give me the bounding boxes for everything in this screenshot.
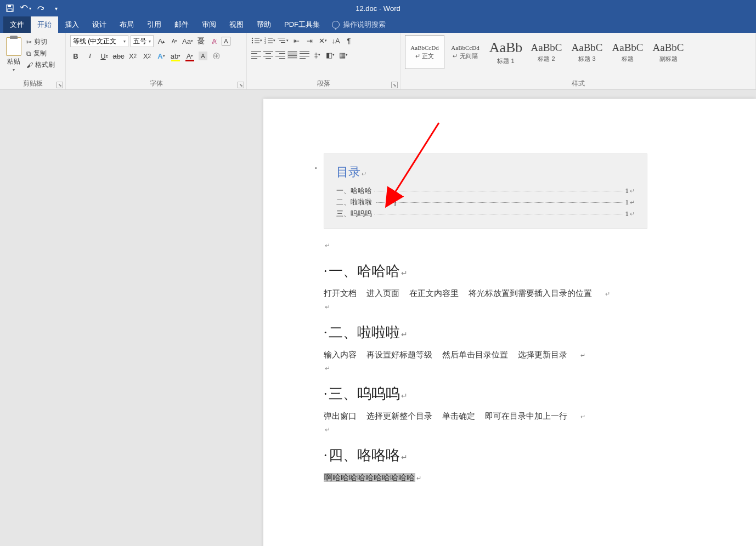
paste-button[interactable]: 粘贴 ▾ (4, 35, 23, 72)
document-area[interactable]: ▪ 目录↵ 一、哈哈哈1↵二、啦啦啦I1↵三、呜呜呜1↵ ↵ ·一、哈哈哈↵打开… (0, 90, 756, 546)
save-button[interactable] (3, 2, 16, 15)
font-name-select[interactable]: 等线 (中文正文▾ (70, 35, 128, 47)
clipboard-icon (6, 37, 21, 56)
toc-entry[interactable]: 一、哈哈哈1↵ (336, 186, 635, 196)
underline-button[interactable]: U▾ (99, 50, 110, 61)
group-label-clipboard: 剪贴板⬊ (4, 78, 61, 88)
anchor-mark: ▪ (315, 164, 317, 171)
text-effects-button[interactable]: A▾ (156, 50, 167, 61)
clipboard-dialog-launcher[interactable]: ⬊ (57, 82, 63, 88)
paragraph-mark: ↵ (325, 365, 723, 372)
tab-review[interactable]: 审阅 (195, 16, 223, 33)
style-card[interactable]: AaBbC标题 3 (567, 35, 607, 69)
tab-file[interactable]: 文件 (3, 16, 31, 33)
multilevel-list-button[interactable]: ▾ (278, 35, 289, 46)
paragraph-mark: ↵ (325, 242, 723, 249)
group-styles: AaBbCcDd↵ 正文AaBbCcDd↵ 无间隔AaBb标题 1AaBbC标题… (400, 33, 756, 89)
font-color-button[interactable]: A▾ (184, 50, 195, 61)
strike-button[interactable]: abc (113, 50, 124, 61)
redo-button[interactable] (34, 2, 47, 15)
tab-design[interactable]: 设计 (86, 16, 113, 33)
group-paragraph: ▾ 123▾ ▾ ⇤ ⇥ ✕▾ ↓A ¶ ‡▾ ◧▾ ▦▾ 段落⬊ (247, 33, 400, 89)
style-preview: AaBbC (531, 42, 562, 54)
style-card[interactable]: AaBb标题 1 (486, 35, 526, 69)
body-paragraph-selected[interactable]: 啊哈哈哈哈哈哈哈哈哈哈↵ (324, 473, 723, 483)
tab-home[interactable]: 开始 (31, 16, 58, 33)
align-left-button[interactable] (251, 51, 261, 59)
style-card[interactable]: AaBbC副标题 (648, 35, 688, 69)
brush-icon: 🖌 (26, 61, 33, 69)
align-justify-button[interactable] (287, 51, 297, 59)
toc-title: 目录↵ (336, 164, 635, 180)
tell-me-search[interactable]: 操作说明搜索 (326, 20, 391, 30)
toc-container[interactable]: 目录↵ 一、哈哈哈1↵二、啦啦啦I1↵三、呜呜呜1↵ (324, 153, 647, 229)
heading[interactable]: ·一、哈哈哈↵ (324, 261, 723, 281)
heading[interactable]: ·三、呜呜呜↵ (324, 384, 723, 403)
style-preview: AaBbC (612, 42, 644, 54)
sort-button[interactable]: ↓A (330, 35, 341, 46)
document-page[interactable]: ▪ 目录↵ 一、哈哈哈1↵二、啦啦啦I1↵三、呜呜呜1↵ ↵ ·一、哈哈哈↵打开… (263, 99, 756, 546)
change-case-button[interactable]: Aa▾ (182, 36, 193, 47)
tab-help[interactable]: 帮助 (250, 16, 278, 33)
svg-rect-16 (279, 40, 285, 41)
toc-entry[interactable]: 二、啦啦啦I1↵ (336, 197, 635, 207)
bold-button[interactable]: B (70, 50, 81, 61)
grow-font-button[interactable]: A▴ (156, 36, 167, 47)
svg-rect-4 (255, 38, 259, 39)
asian-layout-button[interactable]: ✕▾ (317, 35, 328, 46)
body-paragraph[interactable]: 弹出窗口选择更新整个目录单击确定即可在目录中加上一行 ↵ (324, 411, 723, 422)
borders-button[interactable]: ▦▾ (338, 49, 349, 60)
paragraph-mark: ↵ (325, 303, 723, 311)
tab-mailings[interactable]: 邮件 (168, 16, 195, 33)
tab-references[interactable]: 引用 (140, 16, 168, 33)
heading[interactable]: ·二、啦啦啦↵ (324, 323, 723, 342)
undo-button[interactable]: ▾ (19, 2, 32, 15)
clear-format-button[interactable]: A̷ (208, 36, 219, 47)
char-border-button[interactable]: A (222, 37, 230, 46)
style-card[interactable]: AaBbC标题 2 (527, 35, 566, 69)
align-center-button[interactable] (263, 51, 273, 59)
tab-pdf[interactable]: PDF工具集 (278, 16, 326, 33)
font-dialog-launcher[interactable]: ⬊ (238, 82, 244, 88)
enclose-char-button[interactable]: ㊥ (211, 50, 222, 61)
show-marks-button[interactable]: ¶ (343, 35, 354, 46)
style-card[interactable]: AaBbCcDd↵ 无间隔 (445, 35, 485, 69)
paragraph-dialog-launcher[interactable]: ⬊ (391, 82, 398, 88)
heading[interactable]: ·四、咯咯咯↵ (324, 446, 723, 465)
style-preview: AaBbC (653, 42, 684, 54)
tab-insert[interactable]: 插入 (58, 16, 86, 33)
char-shading-button[interactable]: A (199, 52, 207, 60)
numbering-button[interactable]: 123▾ (264, 35, 275, 46)
qat-customize[interactable]: ▾ (49, 2, 63, 15)
superscript-button[interactable]: X2 (142, 50, 153, 61)
body-paragraph[interactable]: 打开文档进入页面在正文内容里将光标放置到需要插入目录的位置 ↵ (324, 288, 723, 299)
copy-button[interactable]: ⧉复制 (26, 49, 55, 58)
cut-button[interactable]: ✂剪切 (26, 37, 55, 47)
tab-view[interactable]: 视图 (223, 16, 250, 33)
svg-rect-6 (255, 41, 259, 41)
format-painter-button[interactable]: 🖌格式刷 (26, 60, 55, 70)
copy-icon: ⧉ (26, 50, 31, 58)
subscript-button[interactable]: X2 (127, 50, 138, 61)
style-card[interactable]: AaBbC标题 (608, 35, 647, 69)
shrink-font-button[interactable]: A▾ (169, 36, 180, 47)
toc-entry[interactable]: 三、呜呜呜1↵ (336, 209, 635, 219)
svg-text:3: 3 (264, 41, 266, 44)
style-card[interactable]: AaBbCcDd↵ 正文 (405, 35, 444, 69)
align-right-button[interactable] (275, 51, 285, 59)
bullets-button[interactable]: ▾ (251, 35, 262, 46)
style-name: ↵ 正文 (415, 52, 434, 60)
tab-layout[interactable]: 布局 (113, 16, 140, 33)
italic-button[interactable]: I (84, 50, 95, 61)
line-spacing-button[interactable]: ‡▾ (312, 49, 323, 60)
svg-point-3 (252, 38, 253, 39)
window-title: 12.doc - Word (356, 4, 400, 13)
decrease-indent-button[interactable]: ⇤ (291, 35, 302, 46)
phonetic-guide-button[interactable]: 憂 (195, 36, 206, 47)
font-size-select[interactable]: 五号▾ (131, 35, 154, 47)
shading-button[interactable]: ◧▾ (325, 49, 336, 60)
increase-indent-button[interactable]: ⇥ (304, 35, 315, 46)
distribute-button[interactable] (300, 51, 309, 59)
body-paragraph[interactable]: 输入内容再设置好标题等级然后单击目录位置选择更新目录 ↵ (324, 350, 723, 360)
highlight-button[interactable]: ab▾ (170, 50, 181, 61)
